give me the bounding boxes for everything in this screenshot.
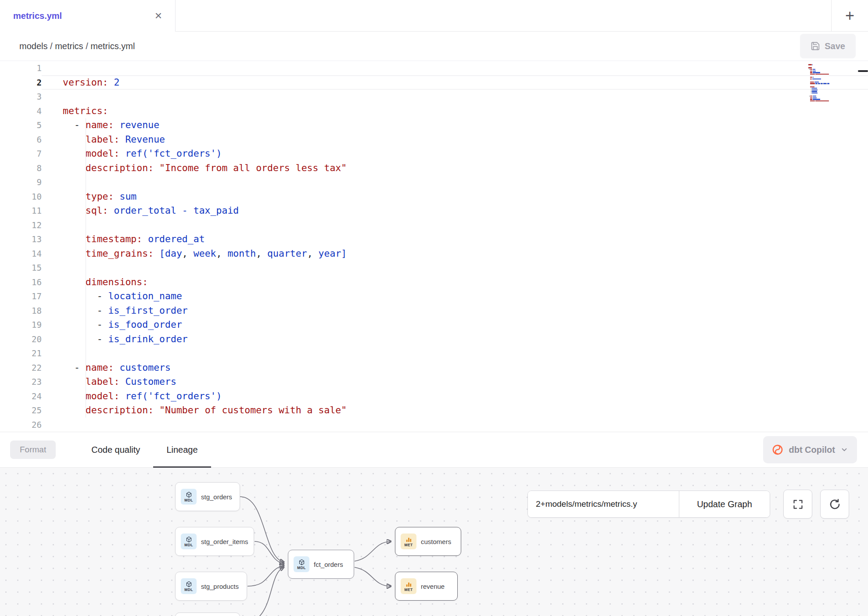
node-label: stg_products [201,583,239,590]
model-icon: MDL [181,489,197,505]
code-line[interactable]: 14 time_grains: [day, week, month, quart… [0,247,868,261]
code-line[interactable]: 24 model: ref('fct_orders') [0,389,868,404]
new-tab-button[interactable]: + [831,0,868,32]
tab-bar-spacer [176,0,831,32]
lineage-selector-input[interactable] [528,491,679,517]
code-text [42,418,868,432]
code-text: - is_food_order [42,318,868,332]
lineage-edge [255,541,283,564]
graph-controls: Update Graph [527,490,849,519]
code-line[interactable]: 4metrics: [0,104,868,118]
code-line[interactable]: 1 [0,61,868,75]
code-text: - name: revenue [42,118,868,133]
code-text: model: ref('fct_orders') [42,147,868,161]
tab-lineage[interactable]: Lineage [153,432,211,467]
code-line[interactable]: 20 - is_drink_order [0,332,868,347]
code-text [42,218,868,233]
code-editor[interactable]: 12version: 234metrics:5 - name: revenue6… [0,61,868,432]
code-line[interactable]: 9 [0,175,868,190]
line-number: 12 [0,218,42,233]
line-number: 6 [0,133,42,147]
dbt-copilot-label: dbt Copilot [789,445,835,455]
lineage-edge [355,541,391,561]
code-text: metrics: [42,104,868,118]
code-text [42,261,868,275]
code-line[interactable]: 12 [0,218,868,233]
code-line[interactable]: 6 label: Revenue [0,133,868,147]
line-number: 14 [0,247,42,261]
code-line[interactable]: 19 - is_food_order [0,318,868,332]
tab-title: metrics.yml [13,11,62,21]
breadcrumb: models / metrics / metrics.yml [19,41,135,51]
code-text: label: Customers [42,375,868,389]
code-line[interactable]: 2version: 2 [0,75,868,90]
line-number: 3 [0,90,42,104]
code-line[interactable]: 3 [0,90,868,104]
code-line[interactable]: 26 [0,418,868,432]
tab-code-quality[interactable]: Code quality [78,432,153,467]
lineage-edge [247,566,283,586]
lineage-node-stg_order_items[interactable]: MDLstg_order_items [175,527,254,556]
lineage-edge [355,567,391,586]
line-number: 4 [0,104,42,118]
line-number: 2 [0,75,42,90]
close-icon[interactable]: × [155,10,162,22]
model-icon: MDL [181,534,197,549]
code-line[interactable]: 11 sql: order_total - tax_paid [0,204,868,218]
refresh-button[interactable] [820,490,849,519]
code-line[interactable]: 25 description: "Number of customers wit… [0,403,868,418]
line-number: 5 [0,118,42,133]
code-text: label: Revenue [42,133,868,147]
line-number: 23 [0,375,42,389]
line-number: 10 [0,190,42,204]
fullscreen-button[interactable] [783,490,812,519]
line-number: 16 [0,275,42,290]
code-line[interactable]: 16 dimensions: [0,275,868,290]
format-button[interactable]: Format [10,441,56,459]
bottom-panel-tab-row: Format Code qualityLineage dbt Copilot [0,432,868,468]
code-line[interactable]: 8 description: "Income from all orders l… [0,161,868,175]
code-text: version: 2 [42,75,868,90]
node-label: revenue [421,583,445,590]
node-label: fct_orders [314,561,343,568]
lineage-node-customers[interactable]: METcustomers [395,527,461,556]
lineage-panel[interactable]: MDLstg_ordersMDLstg_order_itemsMDLstg_pr… [0,468,868,616]
dbt-logo-icon [772,444,783,455]
code-line[interactable]: 13 timestamp: ordered_at [0,232,868,247]
line-number: 9 [0,175,42,190]
file-header-row: models / metrics / metrics.yml Save [0,32,868,61]
lineage-node-partial_node[interactable]: MDL [175,612,240,616]
save-button-label: Save [825,41,845,51]
update-graph-button[interactable]: Update Graph [679,491,770,517]
save-icon [811,41,820,51]
breadcrumb-item[interactable]: metrics [55,41,83,51]
breadcrumb-separator: / [47,41,55,51]
chevron-down-icon [840,446,848,454]
scrollbar-thumb[interactable] [858,70,868,72]
code-line[interactable]: 10 type: sum [0,190,868,204]
code-line[interactable]: 17 - location_name [0,289,868,304]
metric-icon: MET [401,534,416,549]
lineage-node-revenue[interactable]: METrevenue [395,572,458,601]
code-line[interactable]: 21 [0,346,868,361]
minimap[interactable] [808,62,832,103]
code-text [42,346,868,361]
code-line[interactable]: 18 - is_first_order [0,304,868,318]
breadcrumb-item[interactable]: metrics.yml [90,41,135,51]
code-line[interactable]: 15 [0,261,868,275]
code-line[interactable]: 23 label: Customers [0,375,868,389]
dbt-copilot-button[interactable]: dbt Copilot [763,436,857,463]
lineage-node-fct_orders[interactable]: MDLfct_orders [288,550,354,579]
line-number: 18 [0,304,42,318]
lineage-node-stg_orders[interactable]: MDLstg_orders [175,482,240,511]
code-text: dimensions: [42,275,868,290]
indent-guide [86,118,86,418]
code-line[interactable]: 22 - name: customers [0,361,868,375]
breadcrumb-item[interactable]: models [19,41,47,51]
code-line[interactable]: 5 - name: revenue [0,118,868,133]
code-text: time_grains: [day, week, month, quarter,… [42,247,868,261]
tab-metrics-yml[interactable]: metrics.yml × [0,0,176,32]
lineage-node-stg_products[interactable]: MDLstg_products [175,572,247,601]
save-button[interactable]: Save [800,34,856,58]
code-line[interactable]: 7 model: ref('fct_orders') [0,147,868,161]
